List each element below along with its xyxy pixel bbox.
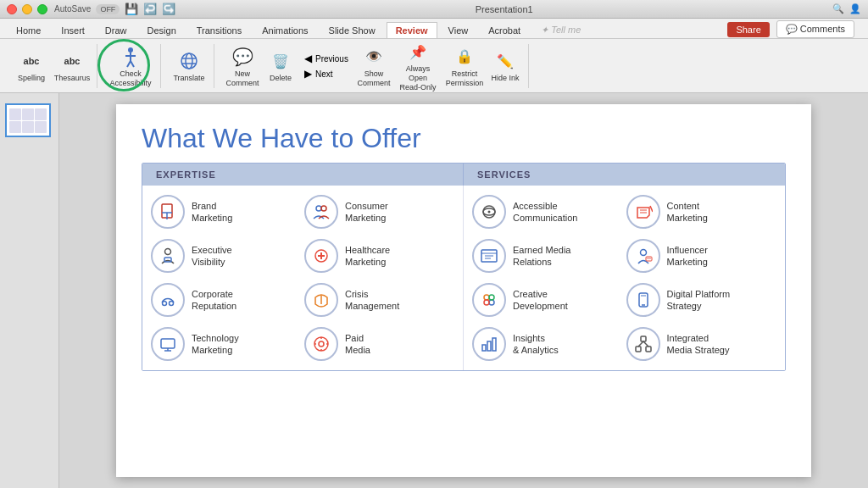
item-crisis-management: CrisisManagement [304, 280, 454, 319]
thesaurus-label: Thesaurus [54, 74, 91, 83]
technology-marketing-icon [151, 327, 185, 361]
accessibility-icon [119, 45, 142, 69]
check-accessibility-label: CheckAccessibility [109, 69, 151, 88]
show-comment-button[interactable]: 👁️ ShowComment [357, 43, 391, 90]
translate-button[interactable]: Translate [171, 47, 207, 85]
hide-ink-button[interactable]: ✏️ Hide Ink [489, 47, 521, 85]
always-open-label: Always OpenRead-Only [398, 64, 438, 92]
tab-animations[interactable]: Animations [253, 22, 317, 38]
svg-rect-22 [161, 339, 175, 348]
spelling-button[interactable]: abc Spelling [14, 47, 49, 85]
paid-media-icon [304, 327, 338, 361]
new-comment-button[interactable]: 💬 NewComment [225, 43, 260, 90]
next-button[interactable]: ▶Next [301, 67, 352, 80]
integrated-media-label: IntegratedMedia Strategy [667, 332, 730, 357]
share-button[interactable]: Share [727, 22, 769, 37]
tab-transitions[interactable]: Transitions [187, 22, 251, 38]
svg-rect-15 [164, 258, 171, 262]
expertise-column: BrandMarketing ConsumerMarketing [142, 186, 464, 370]
tab-slideshow[interactable]: Slide Show [320, 22, 385, 38]
previous-button[interactable]: ◀Previous [301, 52, 352, 65]
tab-tell-me[interactable]: ✦ Tell me [531, 21, 590, 38]
svg-point-40 [640, 250, 646, 256]
svg-point-43 [484, 295, 489, 300]
svg-line-56 [638, 341, 643, 347]
svg-point-46 [484, 300, 489, 305]
brand-marketing-label: BrandMarketing [192, 200, 232, 225]
restrict-permission-button[interactable]: 🔒 RestrictPermission [445, 43, 484, 90]
content-marketing-label: ContentMarketing [667, 200, 708, 225]
slide-thumbnail[interactable] [5, 103, 51, 137]
insights-analytics-icon [472, 327, 506, 361]
creative-development-label: CreativeDevelopment [513, 288, 568, 313]
item-influencer-marketing: InfluencerMarketing [626, 236, 777, 275]
healthcare-marketing-label: HealthcareMarketing [345, 244, 390, 269]
creative-development-icon [472, 283, 506, 317]
svg-rect-55 [646, 347, 651, 352]
new-comment-label: NewComment [226, 69, 259, 88]
svg-point-0 [128, 47, 133, 53]
thesaurus-button[interactable]: abc Thesaurus [54, 47, 90, 85]
item-executive-visibility: ExecutiveVisibility [151, 236, 301, 275]
insights-analytics-label: Insights& Analytics [513, 332, 559, 357]
svg-line-4 [131, 61, 134, 67]
thesaurus-icon: abc [60, 49, 84, 73]
tab-home[interactable]: Home [7, 22, 50, 38]
content-marketing-icon [626, 195, 660, 229]
window-controls[interactable] [7, 4, 47, 14]
earned-media-label: Earned MediaRelations [513, 244, 571, 269]
restrict-label: RestrictPermission [446, 69, 484, 88]
item-healthcare-marketing: HealthcareMarketing [304, 236, 454, 275]
nav-comments-group: ◀Previous ▶Next [301, 52, 352, 80]
paid-media-label: PaidMedia [345, 332, 370, 357]
svg-rect-54 [636, 347, 641, 352]
table-body: BrandMarketing ConsumerMarketing [142, 186, 785, 370]
item-creative-development: CreativeDevelopment [472, 280, 623, 319]
search-icon[interactable]: 🔍 [832, 3, 844, 14]
tab-draw[interactable]: Draw [96, 22, 136, 38]
svg-line-3 [127, 61, 131, 67]
spelling-label: Spelling [18, 74, 45, 83]
delete-icon: 🗑️ [269, 49, 292, 73]
delete-comment-button[interactable]: 🗑️ Delete [265, 47, 296, 85]
svg-point-33 [488, 211, 491, 214]
svg-point-25 [314, 337, 328, 351]
svg-line-57 [643, 341, 648, 347]
show-comment-icon: 👁️ [362, 45, 386, 69]
item-technology-marketing: TechnologyMarketing [151, 324, 301, 363]
autosave-label: AutoSave [54, 4, 91, 14]
item-earned-media-relations: Earned MediaRelations [472, 236, 623, 275]
slides-panel: 1 [0, 93, 59, 488]
svg-point-13 [321, 206, 326, 211]
comments-button[interactable]: 💬 Comments [776, 20, 854, 38]
accessible-communication-icon [472, 195, 506, 229]
tab-review[interactable]: Review [387, 22, 437, 38]
tab-acrobat[interactable]: Acrobat [479, 22, 530, 38]
tab-insert[interactable]: Insert [52, 22, 94, 38]
restrict-icon: 🔒 [453, 45, 476, 69]
autosave-toggle[interactable]: OFF [96, 4, 120, 14]
account-icon[interactable]: 👤 [849, 3, 861, 14]
tab-design[interactable]: Design [138, 22, 186, 38]
tab-view[interactable]: View [439, 22, 478, 38]
svg-point-20 [170, 302, 174, 306]
close-button[interactable] [7, 4, 17, 14]
svg-point-45 [489, 295, 494, 300]
show-comment-label: ShowComment [357, 69, 390, 88]
services-items-grid: AccessibleCommunication ContentMarketing [472, 192, 776, 363]
integrated-media-icon [626, 327, 660, 361]
item-content-marketing: ContentMarketing [626, 192, 777, 231]
always-open-button[interactable]: 📌 Always OpenRead-Only [396, 38, 440, 93]
item-integrated-media-strategy: IntegratedMedia Strategy [626, 324, 777, 363]
consumer-marketing-label: ConsumerMarketing [345, 200, 388, 225]
window-title: Presentation1 [175, 4, 832, 14]
check-accessibility-button[interactable]: CheckAccessibility [108, 43, 153, 90]
crisis-management-label: CrisisManagement [345, 288, 399, 313]
influencer-marketing-icon [626, 239, 660, 273]
minimize-button[interactable] [22, 4, 32, 14]
canvas-area: What We Have to Offer EXPERTISE SERVICES [59, 93, 868, 488]
content-table: EXPERTISE SERVICES [142, 163, 786, 371]
fullscreen-button[interactable] [37, 4, 47, 14]
item-consumer-marketing: ConsumerMarketing [304, 192, 454, 231]
table-header: EXPERTISE SERVICES [142, 164, 785, 186]
